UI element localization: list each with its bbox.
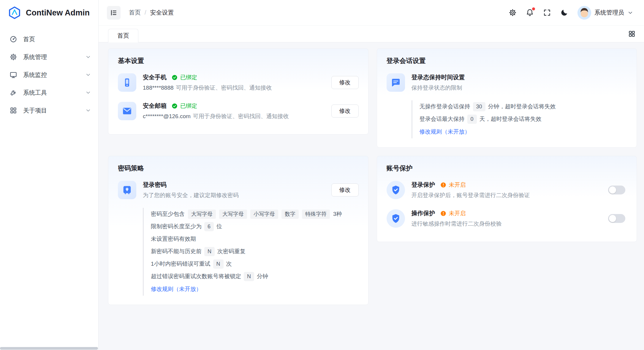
modify-phone-button[interactable]: 修改 [331,76,359,89]
char-type-tag: 大写字母 [188,210,216,219]
check-circle-icon [171,103,178,109]
status-badge-bound: 已绑定 [171,74,197,81]
login-password-row: 登录密码 为了您的账号安全，建议定期修改密码 修改 [118,176,359,204]
rule-line: 新密码不能与历史前N次密码重复 [151,245,359,258]
rule-line: 未设置密码有效期 [151,233,359,245]
wrench-icon [10,89,17,96]
breadcrumb: 首页 / 安全设置 [129,9,174,17]
item-description: 保持登录状态的限制 [412,84,627,92]
sidebar-item-home[interactable]: 首页 [0,30,98,48]
warning-circle-icon [440,182,447,188]
logo-icon [8,6,21,20]
sidebar-item-system-tools[interactable]: 系统工具 [0,84,98,102]
breadcrumb-current: 安全设置 [150,9,174,17]
apps-grid-icon [10,107,17,114]
password-rules: 密码至少包含大写字母大写字母小写字母数字特殊字符3种 限制密码长度至少为6位 未… [143,208,359,296]
main-area: 首页 / 安全设置 [99,0,644,350]
sidebar-item-label: 首页 [23,35,91,43]
security-email-info: 安全邮箱 已绑定 c********@126.com可用于身份验证、密码找回、通… [143,102,331,120]
card-session-settings: 登录会话设置 登录态保持时间设置 保持登录状态的限制 [377,48,637,148]
sidebar-menu: 首页 系统管理 [0,26,98,119]
sidebar-collapse-button[interactable] [107,6,121,20]
fullscreen-icon[interactable] [543,9,551,17]
rule-value: N [244,272,254,281]
chevron-down-icon [627,10,633,16]
card-title: 基本设置 [118,56,359,65]
modify-password-button[interactable]: 修改 [331,183,359,197]
login-protection-toggle[interactable] [608,186,625,194]
card-title: 账号保护 [387,164,627,173]
rule-line-contains: 密码至少包含大写字母大写字母小写字母数字特殊字符3种 [151,208,359,220]
menu-fold-icon [110,9,118,17]
item-description: 开启登录保护后，账号登录需进行二次身份验证 [412,191,608,199]
shield-check-icon [387,181,405,199]
modify-password-rules-link[interactable]: 修改规则（未开放） [151,283,202,296]
rule-line: 超过错误密码重试次数账号将被锁定N分钟 [151,270,359,283]
rule-value: N [204,247,215,256]
sidebar-item-label: 系统监控 [23,71,85,79]
rule-line: 限制密码长度至少为6位 [151,220,359,233]
dashboard-icon [10,35,17,43]
item-description: 进行敏感操作时需进行二次身份校验 [412,220,608,228]
chevron-down-icon [85,107,91,113]
toggle-knob [609,186,616,194]
operation-protection-info: 操作保护 未开启 进行敏感操作时需进行二次身份校验 [412,209,608,228]
item-description: 为了您的账号安全，建议定期修改密码 [143,191,331,199]
char-type-tag: 小写字母 [250,210,278,219]
horizontal-scrollbar-thumb[interactable] [0,347,98,350]
tab-home[interactable]: 首页 [108,29,138,42]
rule-value: N [213,259,224,269]
char-type-tag: 特殊字符 [302,210,330,219]
breadcrumb-home[interactable]: 首页 [129,9,141,17]
sidebar-item-label: 系统管理 [23,53,85,61]
status-badge-disabled: 未开启 [440,210,466,217]
item-title: 操作保护 [412,209,435,217]
security-settings-page: 基本设置 安全手机 已 [99,42,644,350]
chat-message-icon [387,73,405,92]
status-badge-disabled: 未开启 [440,181,466,189]
header-actions: 系统管理员 [509,6,633,20]
operation-protection-toggle[interactable] [608,214,625,223]
mail-icon [118,102,136,120]
monitor-icon [10,71,17,79]
settings-gear-icon[interactable] [509,9,517,17]
session-rules: 无操作登录会话保持30分钟，超时登录会话将失效 登录会话最大保持0天，超时登录会… [412,100,627,138]
chevron-down-icon [85,54,91,60]
phone-icon [118,73,136,92]
item-description: 188****8888可用于身份验证、密码找回、通知接收 [143,84,331,92]
modify-email-button[interactable]: 修改 [331,104,359,118]
login-protection-info: 登录保护 未开启 开启登录保护后，账号登录需进行二次身份验证 [412,181,608,199]
item-title: 安全手机 [143,73,167,81]
sidebar-item-system-management[interactable]: 系统管理 [0,48,98,66]
app-logo[interactable]: ContiNew Admin [0,0,98,26]
rule-value: 0 [467,115,477,124]
rule-line: 1小时内密码错误可重试N次 [151,258,359,270]
session-keep-info: 登录态保持时间设置 保持登录状态的限制 [412,73,627,92]
sidebar-item-about-project[interactable]: 关于项目 [0,102,98,119]
security-email-row: 安全邮箱 已绑定 c********@126.com可用于身份验证、密码找回、通… [118,97,359,125]
dark-mode-moon-icon[interactable] [560,9,568,17]
operation-protection-row: 操作保护 未开启 进行敏感操作时需进行二次身份校验 [387,204,627,233]
shield-check-icon [387,209,405,228]
tab-actions-grid-icon[interactable] [628,30,636,38]
notification-bell-icon[interactable] [526,9,534,17]
item-title: 登录态保持时间设置 [412,73,465,81]
rule-value: 6 [204,222,214,231]
warning-circle-icon [440,210,447,217]
char-type-tag: 大写字母 [219,210,247,219]
security-phone-info: 安全手机 已绑定 188****8888可用于身份验证、密码找回、通知接收 [143,73,331,92]
chevron-down-icon [85,90,91,96]
check-circle-icon [171,74,178,81]
user-menu[interactable]: 系统管理员 [577,6,633,20]
card-account-protection: 账号保护 登录保护 未开启 [377,156,637,242]
toggle-knob [609,215,616,222]
item-title: 安全邮箱 [143,102,167,110]
sidebar-item-label: 关于项目 [23,107,85,115]
password-safe-icon [118,181,136,199]
security-phone-row: 安全手机 已绑定 188****8888可用于身份验证、密码找回、通知接收 修改 [118,68,359,97]
sidebar-item-system-monitor[interactable]: 系统监控 [0,66,98,84]
notification-dot [532,7,535,10]
modify-session-rules-link[interactable]: 修改规则（未开放） [420,125,470,138]
status-badge-bound: 已绑定 [171,102,197,110]
rule-line: 登录会话最大保持0天，超时登录会话将失效 [420,113,627,125]
